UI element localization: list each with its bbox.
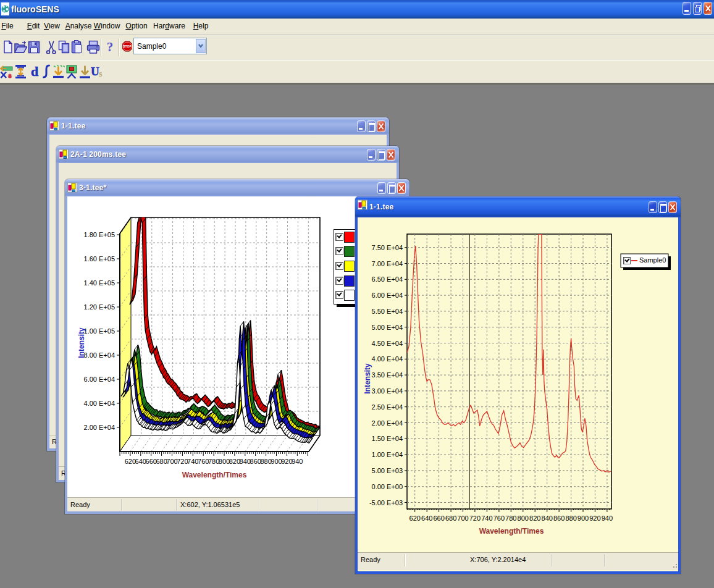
svg-text:7.50 E+04: 7.50 E+04: [372, 244, 403, 251]
svg-text:5.50 E+04: 5.50 E+04: [372, 308, 403, 315]
svg-text:880: 880: [260, 458, 271, 465]
svg-text:840: 840: [542, 514, 553, 522]
svg-text:920: 920: [281, 458, 292, 465]
svg-text:740: 740: [481, 514, 492, 522]
svg-text:4.00 E+04: 4.00 E+04: [84, 400, 115, 407]
svg-text:?: ?: [107, 40, 114, 54]
svg-text:Wavelength/Times: Wavelength/Times: [479, 527, 544, 536]
svg-text:-5.00 E+03: -5.00 E+03: [369, 499, 403, 506]
svg-text:820: 820: [229, 458, 240, 465]
svg-text:820: 820: [529, 514, 540, 522]
svg-text:STOP: STOP: [123, 44, 132, 48]
svg-text:1.20 E+05: 1.20 E+05: [84, 303, 115, 311]
svg-text:860: 860: [250, 458, 261, 465]
svg-text:680: 680: [156, 458, 167, 465]
svg-text:660: 660: [433, 514, 444, 522]
svg-text:Wavelength/Times: Wavelength/Times: [182, 471, 247, 479]
svg-text:620: 620: [410, 514, 421, 522]
svg-text:800: 800: [219, 458, 230, 465]
svg-text:6.00 E+04: 6.00 E+04: [84, 376, 115, 383]
svg-text:5.00 E+03: 5.00 E+03: [372, 467, 403, 474]
svg-text:6.00 E+04: 6.00 E+04: [372, 292, 403, 299]
svg-text:2.50 E+04: 2.50 E+04: [372, 403, 403, 411]
svg-text:680: 680: [445, 514, 456, 522]
svg-text:760: 760: [494, 514, 505, 522]
svg-text:720: 720: [469, 514, 481, 522]
svg-text:1.60 E+05: 1.60 E+05: [84, 255, 115, 262]
svg-text:640: 640: [421, 514, 432, 522]
svg-text:940: 940: [292, 458, 303, 465]
svg-text:3.00 E+04: 3.00 E+04: [372, 387, 403, 395]
svg-text:1.00 E+04: 1.00 E+04: [372, 451, 403, 458]
svg-text:940: 940: [602, 514, 613, 522]
svg-text:4.50 E+04: 4.50 E+04: [372, 340, 403, 347]
svg-text:900: 900: [578, 514, 589, 522]
svg-text:1.40 E+05: 1.40 E+05: [84, 279, 115, 287]
svg-text:780: 780: [505, 514, 516, 522]
svg-text:800: 800: [518, 514, 529, 522]
svg-text:0.00 E+00: 0.00 E+00: [372, 483, 403, 490]
svg-text:s: s: [99, 69, 103, 78]
svg-text:1.50 E+04: 1.50 E+04: [372, 435, 403, 442]
svg-text:720: 720: [177, 458, 188, 465]
svg-text:760: 760: [198, 458, 209, 465]
svg-text:1.00 E+05: 1.00 E+05: [84, 327, 115, 335]
svg-text:Intensity: Intensity: [363, 363, 372, 394]
svg-text:920: 920: [589, 514, 600, 522]
svg-text:3.50 E+04: 3.50 E+04: [372, 371, 403, 379]
svg-text:7.00 E+04: 7.00 E+04: [372, 260, 403, 267]
svg-text:780: 780: [208, 458, 219, 465]
svg-text:2.00 E+04: 2.00 E+04: [84, 424, 115, 431]
svg-text:640: 640: [135, 458, 146, 465]
svg-text:4.00 E+04: 4.00 E+04: [372, 355, 403, 363]
svg-text:8.00 E+04: 8.00 E+04: [84, 351, 115, 359]
svg-text:860: 860: [553, 514, 565, 522]
svg-text:900: 900: [271, 458, 282, 465]
svg-text:5.00 E+04: 5.00 E+04: [372, 324, 403, 331]
svg-text:d: d: [31, 64, 38, 78]
svg-text:740: 740: [187, 458, 198, 465]
svg-text:1.80 E+05: 1.80 E+05: [84, 231, 115, 238]
svg-text:700: 700: [457, 514, 468, 522]
svg-text:840: 840: [240, 458, 251, 465]
svg-text:620: 620: [125, 458, 136, 465]
svg-text:2.00 E+04: 2.00 E+04: [372, 419, 403, 427]
svg-text:U: U: [91, 65, 99, 78]
svg-text:Intensity: Intensity: [77, 327, 86, 358]
svg-text:6.50 E+04: 6.50 E+04: [372, 275, 403, 283]
svg-text:660: 660: [146, 458, 157, 465]
svg-text:700: 700: [166, 458, 177, 465]
svg-text:880: 880: [565, 514, 576, 522]
